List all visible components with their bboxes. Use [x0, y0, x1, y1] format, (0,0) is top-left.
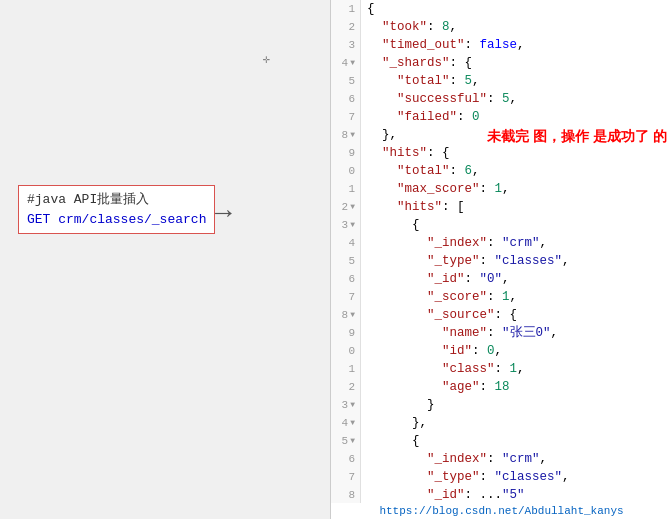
code-segment: : — [427, 18, 442, 36]
code-segment: : — [487, 90, 502, 108]
code-segment: { — [465, 54, 473, 72]
line-number: 9 — [331, 324, 360, 342]
code-segment: "classes" — [495, 252, 563, 270]
code-area: { "took": 8, "timed_out": false, "_shard… — [361, 0, 672, 519]
code-segment: "_source" — [367, 306, 495, 324]
code-segment: : — [457, 108, 472, 126]
line-number: 5 — [331, 432, 360, 450]
code-segment: "_score" — [367, 288, 487, 306]
code-line: }, — [367, 414, 672, 432]
code-segment: : — [487, 234, 502, 252]
code-segment: , — [540, 450, 548, 468]
code-line: "_id": ..."5" — [367, 486, 672, 504]
code-segment: : — [427, 144, 442, 162]
line-number: 4 — [331, 414, 360, 432]
code-segment: : — [487, 324, 502, 342]
code-segment: : ... — [465, 486, 503, 504]
code-command: GET crm/classes/_search — [27, 210, 206, 230]
code-segment: { — [442, 144, 450, 162]
code-line: "took": 8, — [367, 18, 672, 36]
main-container: ✛ #java API批量插入 GET crm/classes/_search … — [0, 0, 672, 519]
code-segment: "total" — [367, 162, 450, 180]
line-number: 8 — [331, 306, 360, 324]
code-segment: , — [502, 270, 510, 288]
code-line: } — [367, 396, 672, 414]
code-segment: , — [517, 36, 525, 54]
code-segment: "classes" — [495, 468, 563, 486]
code-segment: "timed_out" — [367, 36, 465, 54]
editor-content: 1234567890123456789012345678 { "took": 8… — [331, 0, 672, 519]
code-segment: 8 — [442, 18, 450, 36]
code-segment: [ — [457, 198, 465, 216]
code-line: "_source": { — [367, 306, 672, 324]
code-segment: 1 — [495, 180, 503, 198]
code-segment: : — [487, 450, 502, 468]
code-segment: , — [495, 342, 503, 360]
code-segment: : — [465, 36, 480, 54]
code-segment: : — [487, 288, 502, 306]
code-segment: }, — [367, 414, 427, 432]
code-segment: "0" — [480, 270, 503, 288]
arrow-icon: → — [215, 198, 232, 229]
line-number: 3 — [331, 396, 360, 414]
code-segment: "took" — [367, 18, 427, 36]
code-line: "_id": "0", — [367, 270, 672, 288]
code-segment: 5 — [465, 72, 473, 90]
code-segment: : — [450, 54, 465, 72]
cross-icon: ✛ — [263, 52, 270, 67]
left-panel: ✛ #java API批量插入 GET crm/classes/_search … — [0, 0, 330, 519]
code-segment: , — [510, 288, 518, 306]
line-number: 4 — [331, 54, 360, 72]
code-segment: 1 — [510, 360, 518, 378]
code-segment: "_type" — [367, 468, 480, 486]
code-segment: "_index" — [367, 234, 487, 252]
code-line: "_index": "crm", — [367, 450, 672, 468]
line-number: 2 — [331, 198, 360, 216]
code-segment: false — [480, 36, 518, 54]
line-number: 7 — [331, 288, 360, 306]
code-line: "total": 5, — [367, 72, 672, 90]
line-number: 7 — [331, 108, 360, 126]
code-segment: , — [562, 252, 570, 270]
code-segment: "class" — [367, 360, 495, 378]
code-segment: "crm" — [502, 450, 540, 468]
code-line: "successful": 5, — [367, 90, 672, 108]
code-segment: : — [442, 198, 457, 216]
code-segment: , — [562, 468, 570, 486]
line-number: 5 — [331, 252, 360, 270]
code-segment: , — [517, 360, 525, 378]
code-segment: , — [510, 90, 518, 108]
line-number: 9 — [331, 144, 360, 162]
code-line: "_type": "classes", — [367, 468, 672, 486]
code-segment: : — [465, 270, 480, 288]
code-line: { — [367, 216, 672, 234]
line-number: 5 — [331, 72, 360, 90]
code-segment: 1 — [502, 288, 510, 306]
code-line: "timed_out": false, — [367, 36, 672, 54]
code-segment: }, — [367, 126, 397, 144]
code-segment: , — [472, 72, 480, 90]
line-number: 8 — [331, 486, 360, 504]
line-number: 6 — [331, 90, 360, 108]
code-segment: : — [480, 252, 495, 270]
code-line: "class": 1, — [367, 360, 672, 378]
code-segment: 0 — [487, 342, 495, 360]
line-number: 2 — [331, 378, 360, 396]
code-line: "hits": [ — [367, 198, 672, 216]
code-segment: : — [472, 342, 487, 360]
line-numbers: 1234567890123456789012345678 — [331, 0, 361, 519]
code-segment: { — [367, 0, 375, 18]
code-segment: 0 — [472, 108, 480, 126]
code-line: "_shards": { — [367, 54, 672, 72]
code-segment: } — [367, 396, 435, 414]
code-segment: { — [510, 306, 518, 324]
line-number: 3 — [331, 36, 360, 54]
line-number: 1 — [331, 180, 360, 198]
code-box: #java API批量插入 GET crm/classes/_search — [18, 185, 215, 234]
code-segment: "crm" — [502, 234, 540, 252]
code-segment: : — [495, 306, 510, 324]
code-segment: "_index" — [367, 450, 487, 468]
code-segment: "_id" — [367, 270, 465, 288]
line-number: 2 — [331, 18, 360, 36]
line-number: 6 — [331, 270, 360, 288]
